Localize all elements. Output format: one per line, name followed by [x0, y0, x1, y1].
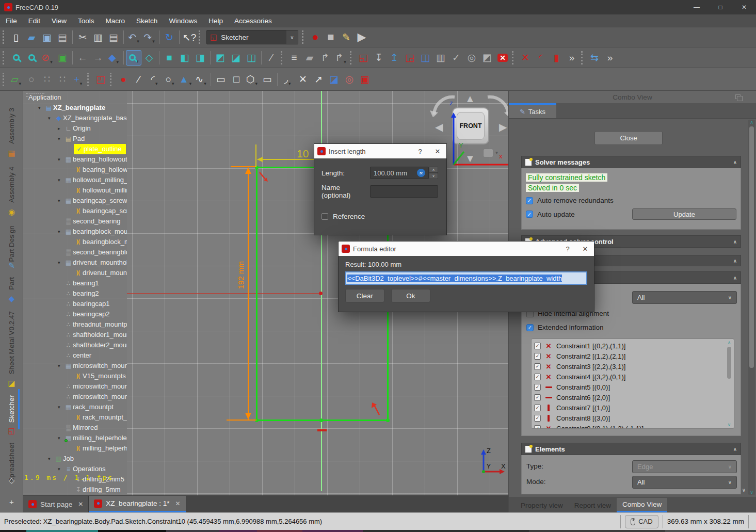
create-polygon[interactable]: ⬡▾ — [244, 72, 260, 87]
expand-down-icon[interactable]: ▾ — [58, 361, 64, 371]
expand-down-icon[interactable]: ▾ — [38, 103, 44, 113]
edit-sketch-link[interactable]: ◰ — [93, 72, 108, 87]
constraint-checkbox[interactable]: ✓ — [534, 343, 541, 349]
refresh[interactable]: ↻ — [162, 29, 177, 45]
toolbar-overflow-2[interactable]: » — [602, 50, 618, 66]
tree-item[interactable]: ▾▤XZ_bearingplate — [23, 103, 127, 113]
copy[interactable]: ▥ — [90, 29, 106, 45]
sheet-metal-icon[interactable]: ◪ — [0, 379, 23, 388]
constraint-checkbox[interactable]: ✓ — [534, 415, 541, 422]
tree-item[interactable]: ▾▦drivenut_mountholes — [23, 257, 127, 268]
create-square[interactable]: □ — [229, 72, 244, 87]
menu-windows[interactable]: Windows — [163, 14, 203, 27]
sketch-mirror[interactable]: ◩ — [479, 50, 495, 66]
sketcher-tab-icon[interactable]: ◱ — [0, 426, 23, 436]
tab-sheet-metal[interactable]: Sheet Metal V0.2.47 — [0, 307, 23, 379]
extended-information-checkbox[interactable]: ✓ — [526, 324, 534, 331]
clipping-plane[interactable]: ⊘▾ — [39, 50, 55, 66]
tree-item[interactable]: ▾▦bearingblock_mounth — [23, 227, 127, 237]
scrollbar-thumb[interactable] — [749, 126, 754, 368]
constraint-list[interactable]: ✓✕Constraint1 [(0,2),(1,1)]✓✕Constraint2… — [531, 338, 734, 429]
formula-fx-icon[interactable]: fx — [417, 169, 425, 177]
float-panel-icon[interactable] — [735, 94, 741, 99]
tree-item[interactable]: ▾▦bearing_hollowout — [23, 154, 127, 165]
expand-down-icon[interactable]: ▾ — [58, 402, 64, 412]
view-rear[interactable]: ◩ — [213, 50, 228, 66]
expand-down-icon[interactable]: ▾ — [58, 134, 64, 144]
combo-view-titlebar[interactable]: Combo View — [509, 91, 756, 103]
tree-item[interactable]: ▸∟Origin — [23, 123, 127, 134]
constraint-vertical[interactable]: ▮ — [549, 50, 564, 66]
sketch-map[interactable]: ◫ — [417, 50, 433, 66]
group-folder[interactable]: ▰ — [302, 50, 317, 66]
part-design-icon[interactable]: ✎ — [0, 261, 23, 270]
tree-item[interactable]: )(milling_helperhol — [23, 443, 127, 454]
tree-item[interactable]: )(bearing_hollowou — [23, 165, 127, 175]
tree-item[interactable]: )(drivenut_mounth — [23, 268, 127, 278]
navcube-settings-icon[interactable] — [483, 149, 493, 157]
sketch-merge[interactable]: ◎ — [464, 50, 479, 66]
tree-grip[interactable] — [26, 93, 44, 97]
tree-item[interactable]: ∴microswitch_mounth — [23, 392, 127, 402]
insert-length-dialog[interactable]: Insert length ? ✕ Length: 100.00 mm fx ∧… — [314, 143, 447, 235]
fit-selection[interactable] — [24, 50, 39, 66]
assembly4-icon[interactable]: ◉ — [0, 207, 23, 217]
tree-item[interactable]: ▾▦rack_mountpt — [23, 402, 127, 412]
tree-item[interactable]: ∴shaftholder1_mountp — [23, 330, 127, 340]
ellipse-disabled[interactable]: ○ — [24, 72, 39, 87]
new-file[interactable]: ▯ — [8, 29, 24, 45]
expand-down-icon[interactable]: ▾ — [58, 464, 64, 474]
spin-down-icon[interactable]: ∨ — [429, 173, 438, 179]
close-task-button[interactable]: Close — [594, 131, 663, 145]
expand-right-icon[interactable]: ▸ — [58, 123, 64, 134]
tree-item[interactable]: ▾≡Operations — [23, 464, 127, 474]
expand-down-icon[interactable]: ▾ — [58, 196, 64, 206]
scroll-up-icon[interactable]: ∧ — [728, 340, 731, 345]
close-icon[interactable]: ✕ — [576, 245, 594, 253]
tree-item[interactable]: ∴center — [23, 350, 127, 361]
measure-distance[interactable]: ∕ — [264, 50, 279, 66]
paste[interactable]: ▤ — [106, 29, 121, 45]
chevron-down-icon[interactable]: ▾ — [495, 150, 498, 155]
os-taskbar[interactable] — [0, 530, 756, 532]
view-front[interactable]: ■ — [162, 50, 177, 66]
expand-down-icon[interactable]: ▾ — [58, 257, 64, 268]
expand-down-icon[interactable]: ▾ — [58, 433, 64, 443]
constraint-row[interactable]: ✓Constraint8 [(3,0)] — [534, 413, 734, 423]
whats-this[interactable]: ↖? — [182, 29, 197, 45]
collapse-icon[interactable]: ∧ — [733, 239, 737, 245]
tree-item[interactable]: ∴bearing1 — [23, 278, 127, 288]
scroll-up-icon[interactable]: ∧ — [750, 120, 753, 125]
constraint-checkbox[interactable]: ✓ — [534, 384, 541, 391]
constraint-row[interactable]: ✓✕Constraint3 [(2,2),(3,1)] — [534, 361, 734, 372]
dimension-100mm-label[interactable]: 10 — [297, 148, 309, 160]
tab-sketcher[interactable]: Sketcher — [0, 390, 23, 428]
expand-down-icon[interactable]: ▾ — [48, 454, 54, 464]
toolbar-overflow-1[interactable]: » — [564, 50, 580, 66]
constraint-row[interactable]: ✓✕Constraint1 [(0,2),(1,1)] — [534, 341, 734, 351]
solver-messages-header[interactable]: Solver messages ∧ — [521, 156, 741, 168]
auto-remove-redundants-checkbox[interactable]: ✓ — [526, 197, 533, 204]
menu-sketch[interactable]: Sketch — [131, 14, 163, 27]
tree-item[interactable]: ∴threadnut_mountpt — [23, 319, 127, 330]
sketch-vertex[interactable] — [319, 418, 323, 422]
constraint-checkbox[interactable]: ✓ — [534, 425, 541, 429]
macro-record[interactable]: ● — [308, 29, 323, 45]
tree-item[interactable]: ▒Mirrored — [23, 423, 127, 433]
tree-item[interactable]: ▒second_bearingblock — [23, 247, 127, 257]
tree-item[interactable]: )(V15_mountpts — [23, 371, 127, 381]
create-line[interactable]: ∕ — [131, 72, 147, 87]
nav-forward[interactable]: → — [90, 50, 106, 66]
close-button[interactable]: ✕ — [732, 0, 756, 14]
scroll-down-icon[interactable]: ∨ — [750, 490, 753, 495]
sketch-edit[interactable]: ◲ — [402, 50, 417, 66]
tab-assembly4[interactable]: Assembly 4 — [0, 161, 23, 208]
clear-button[interactable]: Clear — [345, 289, 384, 302]
redo[interactable]: ↷▾ — [141, 29, 157, 45]
construction-mode[interactable]: ▣ — [357, 72, 373, 87]
part-icon[interactable]: ◆ — [0, 294, 23, 303]
constraint-row[interactable]: ✓✕Constraint2 [(1,2),(2,1)] — [534, 351, 734, 361]
close-tab-icon[interactable]: ✕ — [175, 500, 180, 507]
menu-file[interactable]: File — [0, 14, 23, 27]
tree-item[interactable]: ∴bearing2 — [23, 288, 127, 299]
